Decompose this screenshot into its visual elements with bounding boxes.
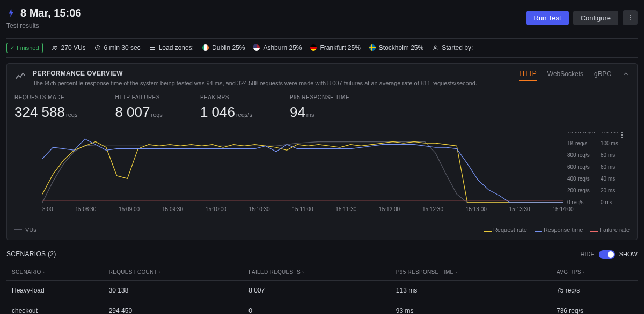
- svg-point-11: [621, 137, 623, 138]
- clock-icon: [94, 44, 101, 51]
- svg-text:15:09:30: 15:09:30: [162, 206, 183, 212]
- legend-request-rate: Request rate: [484, 226, 527, 234]
- zone-stockholm: Stockholm 25%: [369, 43, 423, 53]
- col-failed[interactable]: FAILED REQUESTS›: [243, 264, 391, 281]
- tab-grpc[interactable]: gRPC: [594, 70, 611, 81]
- vus-value: 270 VUs: [61, 43, 86, 53]
- svg-text:15:10:00: 15:10:00: [206, 206, 226, 212]
- svg-text:200 req/s: 200 req/s: [567, 188, 590, 193]
- flame-icon: [6, 8, 16, 18]
- page-header: 8 Mar, 15:06 Test results Run Test Confi…: [6, 5, 638, 31]
- vus-chip: 270 VUs: [52, 43, 86, 53]
- svg-text:15:14:00: 15:14:00: [553, 206, 574, 212]
- started-by-chip: Started by:: [432, 43, 473, 53]
- svg-text:20 ms: 20 ms: [601, 188, 615, 193]
- metric-peak-rps: PEAK RPS 1 046reqs/s: [200, 94, 252, 122]
- flag-us-icon: [253, 44, 260, 51]
- table-row[interactable]: Heavy-load 30 138 8 007 113 ms 75 req/s: [6, 280, 638, 301]
- flag-germany-icon: [310, 44, 317, 51]
- status-badge: Finished: [6, 43, 43, 53]
- svg-point-9: [621, 132, 623, 133]
- performance-overview-panel: PERFORMANCE OVERVIEW The 95th percentile…: [6, 63, 638, 240]
- col-request-count[interactable]: REQUEST COUNT›: [104, 264, 243, 281]
- legend-vus: VUs: [14, 226, 474, 234]
- users-icon: [52, 44, 58, 51]
- duration-value: 6 min 30 sec: [104, 43, 141, 53]
- configure-button[interactable]: Configure: [573, 11, 618, 25]
- show-toggle[interactable]: [599, 250, 615, 259]
- svg-text:1K req/s: 1K req/s: [567, 140, 587, 146]
- svg-text:0 ms: 0 ms: [601, 199, 612, 205]
- col-p95[interactable]: P95 RESPONSE TIME›: [391, 264, 551, 281]
- flag-ireland-icon: [202, 44, 209, 51]
- collapse-panel-icon[interactable]: [622, 70, 630, 80]
- svg-text:80 ms: 80 ms: [601, 152, 615, 158]
- svg-text:0 req/s: 0 req/s: [567, 199, 584, 205]
- svg-text:800 req/s: 800 req/s: [567, 152, 590, 158]
- overview-subtitle: The 95th percentile response time of the…: [33, 79, 477, 87]
- svg-point-1: [630, 17, 631, 18]
- user-icon: [432, 44, 438, 51]
- svg-text:15:12:30: 15:12:30: [422, 206, 443, 212]
- duration-chip: 6 min 30 sec: [94, 43, 141, 53]
- legend-failure-rate: Failure rate: [590, 226, 630, 234]
- metric-requests-made: REQUESTS MADE 324 588reqs: [14, 94, 77, 122]
- svg-text:15:10:30: 15:10:30: [249, 206, 270, 212]
- flag-sweden-icon: [369, 44, 376, 51]
- chart-svg: 0 VUs20 VUs40 VUs60 VUs80 VUs100 VUs0 re…: [42, 132, 633, 212]
- scenarios-heading: SCENARIOS (2): [6, 250, 56, 259]
- line-chart-icon: [14, 70, 26, 87]
- svg-text:15:08:00: 15:08:00: [42, 206, 53, 212]
- protocol-tabs: HTTP WebSockets gRPC: [519, 69, 630, 81]
- svg-text:400 req/s: 400 req/s: [567, 176, 590, 182]
- metrics-row: REQUESTS MADE 324 588reqs HTTP FAILURES …: [14, 94, 630, 122]
- metric-p95: P95 RESPONSE TIME 94ms: [290, 94, 349, 122]
- svg-text:15:09:00: 15:09:00: [119, 206, 140, 212]
- zone-ashburn: Ashburn 25%: [253, 43, 302, 53]
- svg-text:40 ms: 40 ms: [601, 176, 615, 182]
- svg-text:15:13:30: 15:13:30: [509, 206, 530, 212]
- svg-text:600 req/s: 600 req/s: [567, 164, 590, 170]
- page-subtitle: Test results: [6, 21, 81, 31]
- svg-text:15:11:30: 15:11:30: [335, 206, 356, 212]
- chart-menu-button[interactable]: [614, 128, 630, 143]
- svg-text:15:13:00: 15:13:00: [466, 206, 487, 212]
- load-zones-label: Load zones:: [159, 43, 194, 53]
- table-row[interactable]: checkout 294 450 0 93 ms 736 req/s: [6, 301, 638, 314]
- zone-dublin: Dublin 25%: [202, 43, 245, 53]
- svg-text:15:11:00: 15:11:00: [292, 206, 313, 212]
- svg-text:60 ms: 60 ms: [601, 164, 615, 170]
- zone-frankfurt: Frankfurt 25%: [310, 43, 360, 53]
- svg-text:1.20K req/s: 1.20K req/s: [567, 132, 595, 134]
- more-menu-button[interactable]: [623, 10, 638, 25]
- test-info-bar: Finished 270 VUs 6 min 30 sec Load zones…: [6, 38, 638, 58]
- svg-text:15:08:30: 15:08:30: [75, 206, 96, 212]
- tab-websockets[interactable]: WebSockets: [547, 70, 583, 81]
- svg-rect-6: [150, 46, 155, 48]
- scenarios-table: SCENARIO› REQUEST COUNT› FAILED REQUESTS…: [6, 264, 638, 314]
- tab-http[interactable]: HTTP: [519, 69, 536, 81]
- load-zones-chip: Load zones:: [149, 43, 194, 53]
- svg-point-8: [434, 46, 436, 48]
- page-title: 8 Mar, 15:06: [20, 5, 81, 20]
- svg-point-0: [630, 15, 631, 16]
- performance-chart: 0 VUs20 VUs40 VUs60 VUs80 VUs100 VUs0 re…: [14, 128, 630, 224]
- col-scenario[interactable]: SCENARIO›: [6, 264, 104, 281]
- svg-point-2: [630, 20, 631, 21]
- started-by-label: Started by:: [442, 43, 473, 53]
- metric-http-failures: HTTP FAILURES 8 007reqs: [115, 94, 162, 122]
- svg-point-10: [621, 134, 623, 136]
- svg-point-3: [53, 46, 55, 48]
- run-test-button[interactable]: Run Test: [526, 11, 569, 25]
- legend-response-time: Response time: [535, 226, 583, 234]
- server-icon: [149, 44, 156, 51]
- scenarios-visibility-toggle: HIDE SHOW: [580, 250, 638, 259]
- svg-rect-7: [150, 48, 155, 50]
- svg-point-4: [55, 46, 57, 48]
- svg-text:15:12:00: 15:12:00: [379, 206, 400, 212]
- col-rps[interactable]: AVG RPS›: [551, 264, 638, 281]
- overview-title: PERFORMANCE OVERVIEW: [33, 69, 477, 78]
